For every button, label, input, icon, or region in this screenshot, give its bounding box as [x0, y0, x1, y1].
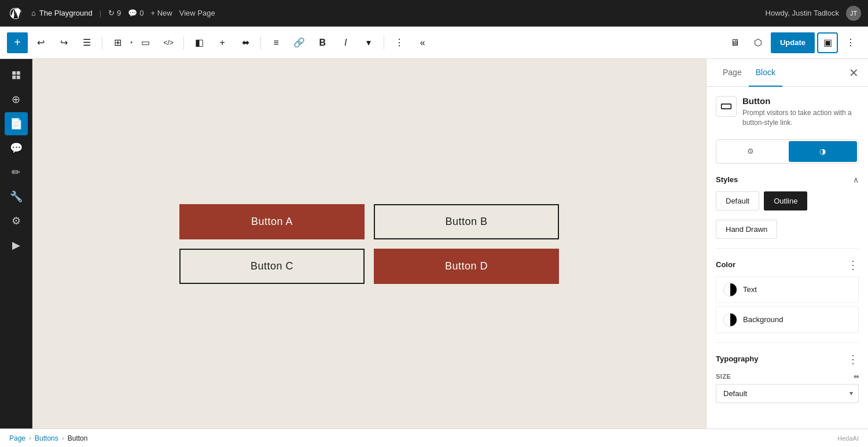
- divider-1: [716, 248, 859, 249]
- sidebar-item-settings[interactable]: ⚙: [5, 209, 28, 232]
- new-content-button[interactable]: + New: [151, 9, 172, 17]
- style-options: Default Outline: [716, 191, 859, 210]
- typography-more-button[interactable]: ⋮: [847, 352, 859, 366]
- svg-rect-3: [16, 76, 20, 79]
- block-tab-buttons: ⚙ ◑: [716, 139, 859, 164]
- toolbar-right: 🖥 ⬡ Update ▣ ⋮: [724, 32, 861, 53]
- view-page-link[interactable]: View Page: [179, 9, 215, 17]
- breadcrumb-buttons[interactable]: Buttons: [35, 434, 58, 442]
- italic-button[interactable]: I: [335, 32, 356, 53]
- color-background-label: Background: [743, 315, 783, 324]
- style-hand-drawn-button[interactable]: Hand Drawn: [716, 220, 777, 239]
- updates-count[interactable]: ↻ 9: [108, 9, 121, 17]
- format-dropdown[interactable]: ▾: [358, 32, 379, 53]
- comments-count[interactable]: 💬 0: [128, 9, 144, 17]
- styles-label: Styles: [716, 175, 738, 184]
- transform-button[interactable]: +: [212, 32, 233, 53]
- sidebar-item-blocks[interactable]: [5, 64, 28, 87]
- style-options-2: Hand Drawn: [716, 220, 859, 239]
- breadcrumb-items: Page › Buttons › Button: [9, 434, 87, 442]
- button-c[interactable]: Button C: [179, 249, 365, 284]
- howdy-text: Howdy, Justin Tadlock: [766, 9, 839, 17]
- external-preview-button[interactable]: ⬡: [748, 32, 768, 53]
- breadcrumb: Page › Buttons › Button HedaAI: [0, 428, 868, 447]
- block-styles-tab[interactable]: ◑: [789, 141, 858, 162]
- editor-toolbar: + ↩ ↪ ☰ ⊞ • ▭ </> ◧ + ⬌ ≡ 🔗 B I ▾ ⋮ « 🖥 …: [0, 27, 868, 59]
- button-d[interactable]: Button D: [374, 249, 559, 284]
- toolbar-separator-4: [384, 36, 384, 50]
- toolbar-separator-3: [260, 36, 261, 50]
- color-section: Color ⋮ Text Background: [716, 258, 859, 333]
- svg-rect-4: [722, 104, 731, 109]
- document-overview-button[interactable]: ☰: [76, 32, 97, 53]
- button-a[interactable]: Button A: [179, 204, 365, 239]
- button-b[interactable]: Button B: [374, 204, 559, 239]
- bold-button[interactable]: B: [312, 32, 333, 53]
- style-default-button[interactable]: Default: [716, 191, 759, 210]
- layout-view-button[interactable]: ▭: [135, 32, 156, 53]
- editor-canvas: Button A Button B Button C Button D: [32, 59, 706, 428]
- styles-section-header: Styles ∧: [716, 175, 859, 184]
- panel-body: Button Prompt visitors to take action wi…: [707, 87, 868, 428]
- undo-button[interactable]: ↩: [30, 32, 51, 53]
- desktop-preview-button[interactable]: 🖥: [724, 32, 745, 53]
- block-icon: [716, 96, 737, 117]
- collapse-sidebar-button[interactable]: «: [412, 32, 433, 53]
- more-options-button[interactable]: ⋮: [389, 32, 410, 53]
- toolbar-separator-2: [183, 36, 184, 50]
- topbar-divider: |: [100, 9, 101, 17]
- link-button[interactable]: 🔗: [289, 32, 310, 53]
- style-outline-button[interactable]: Outline: [764, 191, 807, 210]
- breadcrumb-sep-2: ›: [62, 434, 64, 442]
- color-section-header: Color ⋮: [716, 258, 859, 272]
- wp-logo-icon[interactable]: [7, 5, 24, 22]
- toolbar-separator-1: [102, 36, 102, 50]
- code-editor-button[interactable]: </>: [158, 32, 179, 53]
- editor-options-button[interactable]: ⋮: [840, 32, 861, 53]
- redo-button[interactable]: ↪: [53, 32, 74, 53]
- breadcrumb-current: Button: [68, 434, 88, 442]
- block-title: Button: [742, 96, 859, 106]
- block-description: Prompt visitors to take action with a bu…: [742, 108, 859, 128]
- color-text-row[interactable]: Text: [716, 276, 859, 303]
- breadcrumb-page[interactable]: Page: [9, 434, 25, 442]
- user-avatar[interactable]: JT: [846, 6, 861, 21]
- align-full-button[interactable]: ⬌: [235, 32, 256, 53]
- tab-page[interactable]: Page: [716, 59, 749, 87]
- align-left-button[interactable]: ◧: [189, 32, 209, 53]
- block-info: Button Prompt visitors to take action wi…: [716, 96, 859, 128]
- background-color-icon: [723, 313, 737, 327]
- size-select-wrap: Default: [716, 384, 859, 403]
- canvas-content: Button A Button B Button C Button D: [156, 181, 582, 307]
- site-name[interactable]: ⌂ The Playground: [31, 9, 93, 17]
- sidebar-item-customize[interactable]: ✏: [5, 161, 28, 184]
- topbar: ⌂ The Playground | ↻ 9 💬 0 + New View Pa…: [0, 0, 868, 27]
- color-label: Color: [716, 260, 735, 269]
- tab-block[interactable]: Block: [749, 59, 782, 87]
- gear-icon: ⚙: [747, 147, 754, 156]
- block-settings-tab[interactable]: ⚙: [718, 141, 784, 162]
- sidebar-item-tools[interactable]: 🔧: [5, 185, 28, 208]
- color-more-button[interactable]: ⋮: [847, 258, 859, 272]
- block-view-button[interactable]: ⊞: [107, 32, 128, 53]
- add-block-button[interactable]: +: [7, 32, 28, 53]
- divider-2: [716, 342, 859, 343]
- svg-rect-0: [12, 71, 16, 75]
- sidebar-item-media[interactable]: ▶: [5, 234, 28, 257]
- left-sidebar: ⊕ 📄 💬 ✏ 🔧 ⚙ ▶: [0, 59, 32, 428]
- settings-sidebar-toggle[interactable]: ▣: [817, 32, 838, 53]
- sidebar-item-pages[interactable]: 📄: [5, 112, 28, 135]
- panel-close-button[interactable]: ✕: [849, 66, 859, 80]
- sidebar-item-comments[interactable]: 💬: [5, 136, 28, 160]
- topbar-left: ⌂ The Playground | ↻ 9 💬 0 + New View Pa…: [7, 5, 215, 22]
- styles-collapse-button[interactable]: ∧: [853, 175, 859, 184]
- update-button[interactable]: Update: [771, 32, 815, 53]
- sidebar-item-patterns[interactable]: ⊕: [5, 88, 28, 111]
- color-text-label: Text: [743, 285, 757, 294]
- color-background-row[interactable]: Background: [716, 306, 859, 333]
- half-circle-icon: ◑: [819, 147, 826, 156]
- size-select[interactable]: Default: [716, 384, 859, 403]
- text-align-button[interactable]: ≡: [266, 32, 286, 53]
- size-adjust-icon[interactable]: ⇔: [854, 373, 859, 380]
- topbar-right: Howdy, Justin Tadlock JT: [766, 6, 861, 21]
